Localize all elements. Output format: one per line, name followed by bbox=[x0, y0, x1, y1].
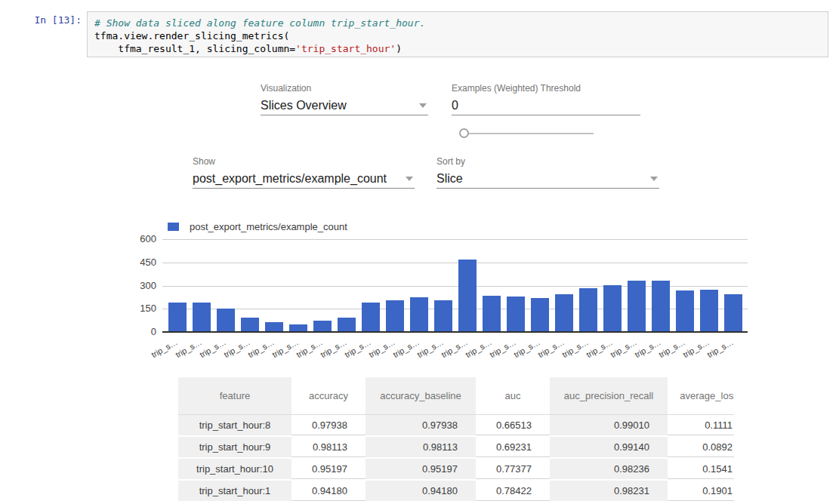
column-header: auc bbox=[476, 377, 550, 415]
bar[interactable] bbox=[507, 297, 525, 332]
table-header-row: featureaccuracyaccuracy_baselineaucauc_p… bbox=[178, 377, 734, 415]
table-body: trip_start_hour:80.979380.979380.665130.… bbox=[178, 415, 734, 502]
legend-swatch-icon bbox=[168, 223, 179, 231]
metric-cell: 0.1111 bbox=[668, 415, 734, 437]
metric-cell: 0.97938 bbox=[291, 415, 366, 437]
bar[interactable] bbox=[724, 294, 742, 332]
bar[interactable] bbox=[217, 309, 235, 332]
bar[interactable] bbox=[241, 318, 259, 332]
y-tick-label: 600 bbox=[113, 233, 156, 244]
bar[interactable] bbox=[434, 300, 452, 332]
code-line-3: tfma_result_1, slicing_column='trip_star… bbox=[94, 43, 402, 54]
table-row: trip_start_hour:100.951970.951970.773770… bbox=[178, 459, 734, 481]
cell-execution-prompt: In [13]: bbox=[15, 14, 82, 26]
gridline bbox=[162, 263, 748, 263]
code-string-literal: 'trip_start_hour' bbox=[295, 43, 396, 54]
chevron-down-icon bbox=[406, 177, 413, 181]
sort-by-label: Sort by bbox=[436, 156, 659, 167]
bar[interactable] bbox=[362, 303, 380, 332]
visualization-value: Slices Overview bbox=[261, 99, 347, 112]
metric-cell: 0.1901 bbox=[668, 481, 734, 502]
metric-cell: 0.98113 bbox=[366, 437, 476, 459]
code-cell[interactable]: # Show data sliced along feature column … bbox=[87, 11, 828, 57]
show-metric-select[interactable]: Show post_export_metrics/example_count bbox=[193, 156, 415, 189]
metric-cell: 0.66513 bbox=[476, 415, 550, 437]
feature-cell: trip_start_hour:10 bbox=[178, 459, 291, 481]
chevron-down-icon bbox=[419, 103, 427, 108]
sort-by-value: Slice bbox=[436, 172, 463, 186]
bar[interactable] bbox=[386, 300, 404, 332]
bar[interactable] bbox=[676, 290, 694, 332]
column-header: feature bbox=[178, 377, 291, 415]
code-line-2: tfma.view.render_slicing_metrics( bbox=[94, 30, 289, 41]
visualization-label: Visualization bbox=[261, 83, 428, 94]
visualization-select[interactable]: Visualization Slices Overview bbox=[261, 83, 428, 115]
show-value: post_export_metrics/example_count bbox=[193, 172, 387, 186]
metric-cell: 0.97938 bbox=[366, 415, 476, 437]
legend-label: post_export_metrics/example_count bbox=[190, 221, 347, 232]
feature-cell: trip_start_hour:9 bbox=[178, 437, 291, 459]
metric-cell: 0.69231 bbox=[476, 437, 550, 459]
chart-baseline bbox=[162, 331, 748, 333]
metric-cell: 0.94180 bbox=[291, 481, 366, 502]
table-row: trip_start_hour:80.979380.979380.665130.… bbox=[178, 415, 734, 437]
chart-x-axis: trip_s…trip_s…trip_s…trip_s…trip_s…trip_… bbox=[162, 335, 759, 358]
sort-by-select[interactable]: Sort by Slice bbox=[436, 156, 659, 189]
bar[interactable] bbox=[193, 303, 211, 332]
metric-cell: 0.98236 bbox=[550, 459, 668, 481]
bar[interactable] bbox=[652, 281, 670, 332]
y-tick-label: 450 bbox=[113, 257, 156, 268]
table-row: trip_start_hour:10.941800.941800.784220.… bbox=[178, 481, 734, 502]
show-label: Show bbox=[193, 156, 415, 167]
metric-cell: 0.78422 bbox=[476, 481, 550, 502]
bar[interactable] bbox=[700, 290, 718, 332]
y-tick-label: 0 bbox=[113, 326, 156, 337]
feature-cell: trip_start_hour:1 bbox=[178, 481, 291, 502]
code-comment: # Show data sliced along feature column … bbox=[94, 17, 425, 29]
metrics-table-container[interactable]: featureaccuracyaccuracy_baselineaucauc_p… bbox=[178, 377, 734, 504]
chart-legend: post_export_metrics/example_count bbox=[168, 221, 347, 232]
chart-y-axis: 0150300450600 bbox=[113, 239, 156, 332]
metric-cell: 0.77377 bbox=[476, 459, 550, 481]
metric-cell: 0.99140 bbox=[550, 437, 668, 459]
y-tick-label: 300 bbox=[113, 280, 156, 291]
notebook-page: In [13]: # Show data sliced along featur… bbox=[0, 0, 839, 504]
bar[interactable] bbox=[410, 297, 428, 332]
column-header: auc_precision_recall bbox=[550, 377, 668, 415]
metric-cell: 0.98231 bbox=[550, 481, 668, 502]
bar[interactable] bbox=[579, 288, 597, 332]
metric-cell: 0.99010 bbox=[550, 415, 668, 437]
threshold-slider[interactable] bbox=[459, 128, 594, 139]
bar[interactable] bbox=[458, 260, 477, 332]
bar[interactable] bbox=[168, 303, 187, 332]
metric-cell: 0.95197 bbox=[366, 459, 476, 481]
bar[interactable] bbox=[313, 321, 332, 332]
gridline bbox=[162, 239, 748, 240]
column-header: accuracy bbox=[291, 377, 366, 415]
metric-cell: 0.95197 bbox=[291, 459, 366, 481]
bar[interactable] bbox=[555, 294, 573, 332]
threshold-value: 0 bbox=[452, 99, 458, 112]
slider-handle[interactable] bbox=[459, 128, 469, 138]
bar[interactable] bbox=[603, 285, 622, 332]
y-tick-label: 150 bbox=[113, 303, 156, 314]
slider-track[interactable] bbox=[468, 133, 594, 134]
metrics-table: featureaccuracyaccuracy_baselineaucauc_p… bbox=[178, 377, 734, 502]
metric-cell: 0.1541 bbox=[668, 459, 734, 481]
bar[interactable] bbox=[338, 318, 356, 332]
bar[interactable] bbox=[483, 296, 501, 332]
threshold-label: Examples (Weighted) Threshold bbox=[452, 83, 640, 94]
column-header: average_loss bbox=[668, 377, 734, 415]
metric-cell: 0.94180 bbox=[366, 481, 476, 502]
bar[interactable] bbox=[628, 281, 646, 332]
column-header: accuracy_baseline bbox=[366, 377, 476, 415]
table-row: trip_start_hour:90.981130.981130.692310.… bbox=[178, 437, 734, 459]
metric-cell: 0.98113 bbox=[291, 437, 366, 459]
metric-cell: 0.0892 bbox=[668, 437, 734, 459]
chevron-down-icon bbox=[650, 177, 658, 181]
bar[interactable] bbox=[531, 298, 549, 332]
plot-area bbox=[162, 239, 748, 332]
threshold-field[interactable]: Examples (Weighted) Threshold 0 bbox=[452, 83, 640, 115]
feature-cell: trip_start_hour:8 bbox=[178, 415, 291, 437]
